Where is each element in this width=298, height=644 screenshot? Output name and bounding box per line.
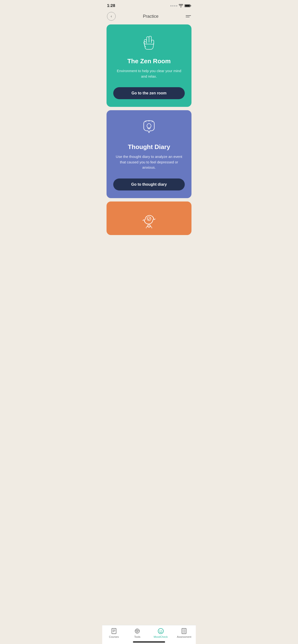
status-time: 1:28: [107, 3, 115, 8]
thought-diary-desc: Use the thought diary to analyze an even…: [115, 154, 183, 170]
status-icons: [170, 4, 191, 8]
menu-icon: [186, 15, 191, 16]
svg-line-3: [145, 121, 146, 122]
thought-diary-button[interactable]: Go to thought diary: [113, 178, 185, 190]
wifi-icon: [179, 4, 183, 8]
orange-card-icon: [139, 210, 159, 229]
signal-icon: [170, 5, 177, 6]
menu-icon-line2: [186, 17, 190, 17]
zen-room-desc: Environment to help you clear your mind …: [115, 68, 183, 79]
thought-diary-title: Thought Diary: [128, 143, 170, 151]
zen-room-button[interactable]: Go to the zen room: [113, 87, 185, 99]
zen-room-card: The Zen Room Environment to help you cle…: [106, 24, 192, 107]
status-bar: 1:28: [102, 0, 196, 10]
back-arrow-icon: ‹: [111, 14, 112, 18]
nav-bar: ‹ Practice: [102, 10, 196, 24]
lightbulb-icon: [139, 119, 159, 138]
main-content: The Zen Room Environment to help you cle…: [102, 24, 196, 238]
orange-card: [106, 202, 192, 235]
zen-room-title: The Zen Room: [127, 58, 171, 65]
peace-hand-icon: [139, 33, 159, 52]
menu-button[interactable]: [186, 15, 191, 17]
thought-diary-card: Thought Diary Use the thought diary to a…: [106, 110, 192, 198]
page-title: Practice: [143, 14, 158, 19]
back-button[interactable]: ‹: [107, 12, 116, 20]
svg-line-4: [152, 121, 153, 122]
battery-icon: [185, 4, 191, 7]
